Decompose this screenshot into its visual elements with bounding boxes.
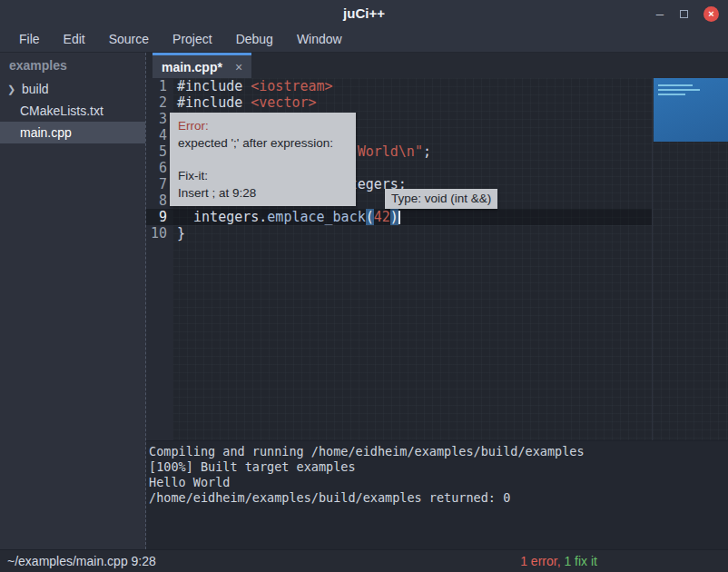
type-tooltip: Type: void (int &&) [385,189,497,209]
fixit-message: Insert ; at 9:28 [178,184,348,202]
file-tree-panel: examples ❯ build CMakeLists.txt main.cpp [0,53,146,549]
text-cursor [398,211,400,224]
juci-window: juCi++ – × File Edit Source Project Debu… [0,0,728,572]
tree-item-label: CMakeLists.txt [20,104,103,118]
overview-map[interactable] [652,78,728,440]
error-message: expected ';' after expression: [178,134,348,152]
fixit-label: Fix-it: [178,167,348,184]
minimap-code-line [658,84,693,86]
minimap-code-line [658,94,685,95]
line-number: 9 [146,209,173,225]
matched-bracket: ) [390,209,398,225]
error-count: 1 error, [520,554,560,568]
line-number: 10 [146,225,173,242]
code-line[interactable]: 2 #include <vector> [146,94,652,111]
matched-bracket: ( [366,209,374,225]
terminal-line: Hello World [149,475,728,490]
tree-item-label: build [22,82,49,96]
terminal-line: /home/eidheim/examples/build/examples re… [149,490,728,506]
tree-item-build[interactable]: ❯ build [0,78,145,100]
menu-item-edit[interactable]: Edit [52,27,97,52]
code-text: #include <iostream> [173,78,333,94]
diagnostics-summary: 1 error, 1 fix it [520,554,597,568]
cursor-location: ~/examples/main.cpp 9:28 [7,554,156,568]
close-button[interactable]: × [703,6,719,22]
tab-label: main.cpp* [162,60,222,74]
line-number: 1 [146,78,173,94]
fixit-count: 1 fix it [564,554,597,568]
code-line[interactable]: 1 #include <iostream> [146,78,652,94]
tab-bar: main.cpp* × [146,53,728,78]
window-controls: – × [656,0,719,27]
tree-item-cmakelists[interactable]: CMakeLists.txt [0,100,145,122]
code-text: #include <vector> [173,94,317,111]
editor-pane: main.cpp* × 1 #include <iostream> 2 #inc… [146,53,728,549]
menu-item-file[interactable]: File [7,27,52,52]
minimap-code-line [658,89,700,91]
chevron-right-icon[interactable]: ❯ [7,84,22,95]
code-line-current[interactable]: 9 integers.emplace_back(42) [146,209,652,225]
status-bar: ~/examples/main.cpp 9:28 1 error, 1 fix … [0,549,728,572]
tree-item-maincpp[interactable]: main.cpp [0,122,145,143]
code-line[interactable]: 10 } [146,225,652,242]
menu-item-window[interactable]: Window [285,27,354,52]
maximize-icon [680,10,688,18]
tree-item-label: main.cpp [20,125,72,140]
menu-item-source[interactable]: Source [97,27,161,52]
tooltip-spacer [178,152,348,167]
titlebar: juCi++ – × [0,0,728,27]
diagnostic-tooltip: Error: expected ';' after expression: Fi… [170,113,356,206]
tab-close-icon[interactable]: × [235,60,242,74]
error-label: Error: [178,117,348,134]
terminal-line: [100%] Built target examples [149,459,728,475]
code-text: integers.emplace_back(42) [173,209,400,225]
menu-item-project[interactable]: Project [161,27,224,52]
window-title: juCi++ [0,0,728,27]
minimize-button[interactable]: – [656,0,664,27]
code-editor[interactable]: 1 #include <iostream> 2 #include <vector… [146,78,728,440]
code-text: } [173,225,185,242]
maximize-button[interactable] [677,7,690,20]
terminal-line: Compiling and running /home/eidheim/exam… [149,444,728,459]
output-terminal[interactable]: Compiling and running /home/eidheim/exam… [146,440,728,549]
menu-item-debug[interactable]: Debug [224,27,285,52]
tab-main-cpp[interactable]: main.cpp* × [152,53,251,78]
project-name: examples [0,53,145,78]
menu-bar: File Edit Source Project Debug Window [0,27,728,53]
minimap-thumbnail [654,78,728,142]
line-number: 2 [146,94,173,111]
